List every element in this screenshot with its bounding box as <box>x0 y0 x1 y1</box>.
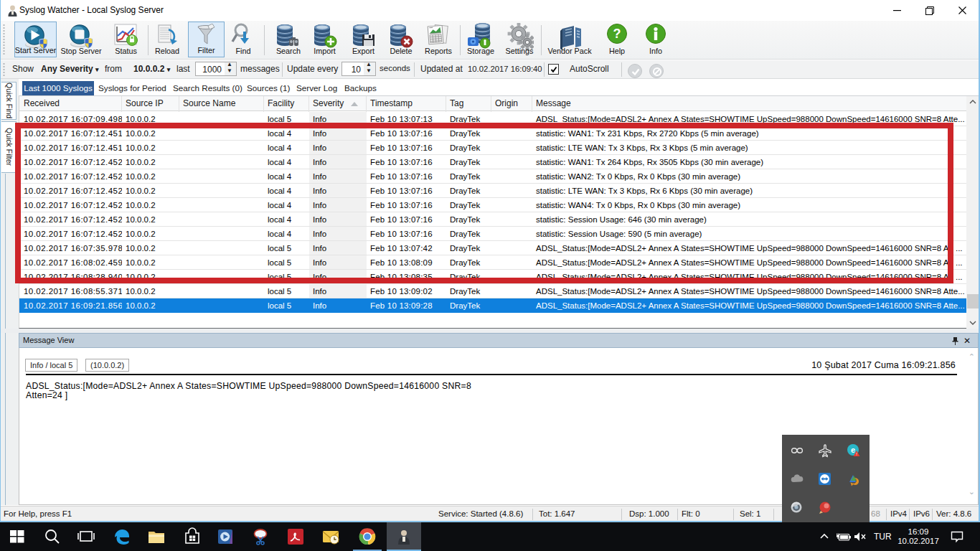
svg-text:?: ? <box>613 27 621 41</box>
svg-text:e: e <box>851 446 855 454</box>
